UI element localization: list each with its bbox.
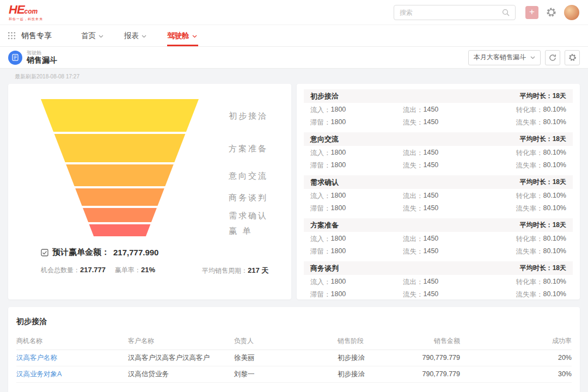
- page-title: 销售漏斗: [27, 56, 57, 64]
- checkbox-check-icon: [41, 249, 48, 256]
- stage-summary-card: 初步接洽 平均时长：18天 流入：1800 流出：1450 转化率：80.10%…: [297, 84, 580, 299]
- global-search[interactable]: [394, 5, 516, 20]
- table-title: 初步接洽: [16, 307, 572, 327]
- logo-com: com: [24, 8, 38, 15]
- table-row[interactable]: 汉高业务对象A 汉高信贷业务 刘黎一 初步接洽 790,779.779 30%: [16, 366, 572, 382]
- stat-lost: 流失：1450: [403, 247, 495, 256]
- search-input[interactable]: [400, 9, 502, 16]
- chevron-down-icon: [142, 35, 146, 38]
- stage-duration: 平均时长：18天: [520, 134, 566, 144]
- stat-conversion-rate: 转化率：80.10%: [495, 149, 566, 158]
- funnel-segment-3[interactable]: [41, 164, 199, 186]
- gear-icon: [568, 53, 577, 62]
- stage-cell: 初步接洽: [338, 350, 403, 366]
- nav-items: 首页 报表 驾驶舱: [69, 25, 206, 46]
- stat-outflow: 流出：1450: [403, 192, 495, 201]
- stat-lost: 流失：1450: [403, 118, 495, 127]
- funnel-segment-5[interactable]: [41, 208, 199, 222]
- stage-header: 初步接洽 平均时长：18天: [304, 89, 573, 103]
- stage-header: 意向交流 平均时长：18天: [304, 132, 573, 146]
- add-button[interactable]: +: [525, 6, 538, 19]
- customer-name-cell: 汉高信贷业务: [128, 366, 234, 382]
- funnel-segment-2[interactable]: [41, 134, 199, 162]
- col-opportunity-name: 商机名称: [16, 333, 128, 350]
- nav-item-cockpit[interactable]: 驾驶舱: [167, 25, 206, 46]
- nav-item-reports[interactable]: 报表: [124, 25, 155, 46]
- col-stage: 销售阶段: [338, 333, 403, 350]
- opportunity-link[interactable]: 汉高业务对象A: [16, 366, 128, 382]
- hecom-logo[interactable]: HEcom 和你一起，科技未来: [9, 4, 43, 21]
- col-amount: 销售金额: [403, 333, 460, 350]
- stage-name: 方案准备: [310, 220, 339, 230]
- topbar-actions: +: [525, 5, 579, 20]
- user-avatar[interactable]: [564, 5, 579, 20]
- stage-header: 需求确认 平均时长：18天: [304, 175, 573, 189]
- opportunity-table-card: 初步接洽 商机名称 客户名称 负责人 销售阶段 销售金额 成功率 汉高客户名称 …: [8, 307, 580, 392]
- amount-cell: 790,779.779: [403, 350, 460, 366]
- stage-block: 初步接洽 平均时长：18天 流入：1800 流出：1450 转化率：80.10%…: [304, 89, 573, 129]
- col-owner: 负责人: [234, 333, 338, 350]
- stage-name: 意向交流: [310, 134, 339, 144]
- stat-stagnant: 滞留：1800: [310, 290, 403, 299]
- chevron-down-icon: [192, 35, 197, 38]
- funnel-stage-label: 需求确认: [229, 211, 268, 221]
- stage-name: 商务谈判: [310, 264, 339, 273]
- nav-item-label: 驾驶舱: [167, 31, 189, 41]
- stat-conversion-rate: 转化率：80.10%: [495, 235, 566, 244]
- stage-cell: 初步接洽: [338, 366, 403, 382]
- logo-slogan: 和你一起，科技未来: [9, 17, 43, 21]
- stat-inflow: 流入：1800: [310, 235, 403, 244]
- page-title-block: 驾驶舱 销售漏斗: [27, 51, 57, 64]
- predicted-amount-value: 217,777.990: [113, 248, 158, 257]
- stat-inflow: 流入：1800: [310, 192, 403, 201]
- funnel-stage-label: 意向交流: [229, 171, 268, 181]
- page-header-controls: 本月大客销售漏斗: [468, 50, 580, 65]
- stage-header: 方案准备 平均时长：18天: [304, 218, 573, 232]
- funnel-stage-label: 赢 单: [229, 226, 252, 236]
- app-grid-icon[interactable]: [8, 32, 16, 40]
- last-refresh-time: 最新刷新2018-08-08 17:27: [15, 73, 580, 81]
- funnel-filter-select[interactable]: 本月大客销售漏斗: [468, 50, 541, 65]
- stage-duration: 平均时长：18天: [520, 264, 566, 273]
- stat-outflow: 流出：1450: [403, 278, 495, 287]
- success-rate-cell: 30%: [460, 366, 572, 382]
- stat-loss-rate: 流失率：80.10%: [495, 161, 566, 170]
- nav-item-home[interactable]: 首页: [81, 25, 112, 46]
- stage-name: 初步接洽: [310, 91, 339, 101]
- page-header: 驾驶舱 销售漏斗 本月大客销售漏斗: [0, 47, 588, 69]
- logo-he: HE: [9, 3, 24, 16]
- funnel-segment-4[interactable]: [41, 188, 199, 206]
- stage-block: 需求确认 平均时长：18天 流入：1800 流出：1450 转化率：80.10%…: [304, 175, 573, 215]
- refresh-button[interactable]: [545, 50, 560, 65]
- stat-inflow: 流入：1800: [310, 106, 403, 115]
- stat-conversion-rate: 转化率：80.10%: [495, 192, 566, 201]
- table-row[interactable]: 汉高客户名称 汉高客户汉高客户汉高客户 徐美丽 初步接洽 790,779.779…: [16, 350, 572, 366]
- funnel-card: 初步接洽 方案准备 意向交流 商务谈判 需求确认 赢 单 预计赢单金额：217,…: [8, 84, 291, 299]
- settings-gear-icon[interactable]: [546, 7, 556, 17]
- chevron-down-icon: [99, 35, 103, 38]
- stat-conversion-rate: 转化率：80.10%: [495, 278, 566, 287]
- stage-header: 商务谈判 平均时长：18天: [304, 261, 573, 275]
- stage-block: 意向交流 平均时长：18天 流入：1800 流出：1450 转化率：80.10%…: [304, 132, 573, 172]
- stat-loss-rate: 流失率：80.10%: [495, 118, 566, 127]
- funnel-segment-6[interactable]: [41, 224, 199, 236]
- col-customer-name: 客户名称: [128, 333, 234, 350]
- nav-item-label: 报表: [124, 31, 139, 41]
- funnel-segment-1[interactable]: [41, 99, 199, 132]
- cards-row: 初步接洽 方案准备 意向交流 商务谈判 需求确认 赢 单 预计赢单金额：217,…: [8, 84, 580, 299]
- stat-stagnant: 滞留：1800: [310, 118, 403, 127]
- opportunity-link[interactable]: 汉高客户名称: [16, 350, 128, 366]
- stat-loss-rate: 流失率：80.10%: [495, 204, 566, 213]
- topbar: HEcom 和你一起，科技未来 +: [0, 0, 588, 25]
- stat-inflow: 流入：1800: [310, 278, 403, 287]
- search-icon[interactable]: [502, 9, 510, 16]
- table-header-row: 商机名称 客户名称 负责人 销售阶段 销售金额 成功率: [16, 333, 572, 350]
- stat-loss-rate: 流失率：80.10%: [495, 247, 566, 256]
- stat-stagnant: 滞留：1800: [310, 247, 403, 256]
- dashboard-settings-button[interactable]: [565, 50, 580, 65]
- dashboard-doc-icon: [8, 51, 22, 65]
- stat-outflow: 流出：1450: [403, 106, 495, 115]
- funnel-stage-label: 初步接洽: [229, 111, 268, 121]
- stat-outflow: 流出：1450: [403, 149, 495, 158]
- chevron-down-icon: [530, 56, 535, 59]
